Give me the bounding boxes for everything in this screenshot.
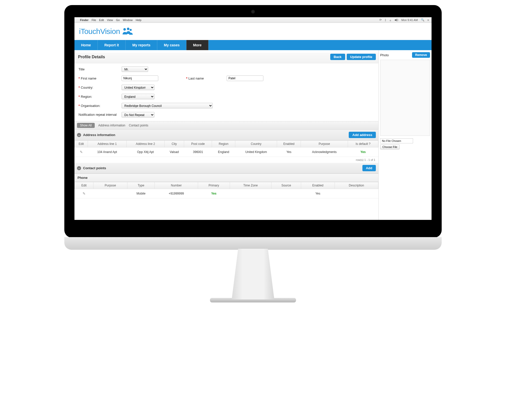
region-label: Region: xyxy=(81,95,92,99)
region-select[interactable]: England xyxy=(122,94,154,99)
photo-sidebar: Photo Remove No File Chosen Choose File xyxy=(378,50,432,220)
choose-file-button[interactable]: Choose File xyxy=(380,144,400,149)
ccell-primary: Yes xyxy=(198,189,230,198)
brand-text: iTouchVision xyxy=(79,27,120,36)
sync-icon[interactable]: ⟳ xyxy=(379,18,382,22)
wifi-icon[interactable]: ⏚ xyxy=(390,18,391,22)
cell-country: United Kingdom xyxy=(235,147,277,157)
mac-menubar: Finder File Edit View Go Window Help ⟳ ᛒ… xyxy=(74,17,432,23)
col-line1: Address line 1 xyxy=(88,141,126,147)
last-name-input[interactable] xyxy=(227,75,263,81)
last-name-label: Last name xyxy=(188,77,204,80)
cell-enabled: Yes xyxy=(277,147,301,157)
cell-line1: 104 Anand Apt xyxy=(88,147,126,157)
nav-my-cases[interactable]: My cases xyxy=(157,40,186,50)
menu-edit[interactable]: Edit xyxy=(99,18,104,22)
menu-help[interactable]: Help xyxy=(136,18,142,22)
spotlight-icon[interactable]: 🔍 xyxy=(421,18,424,22)
col-purpose: Purpose xyxy=(301,141,348,147)
col-country: Country xyxy=(235,141,277,147)
brand-people-icon xyxy=(122,27,133,35)
organisation-label: Organisation: xyxy=(81,104,100,108)
first-name-input[interactable] xyxy=(122,75,158,81)
address-section-title: Address information xyxy=(83,133,115,137)
edit-row-icon[interactable]: ✎ xyxy=(83,192,86,196)
menubar-clock[interactable]: Mon 9:41 AM xyxy=(401,18,418,22)
table-row: ✎ 104 Anand Apt Opp Xitij Apt Valsad 396… xyxy=(75,147,378,157)
ccell-type: Mobile xyxy=(127,189,155,198)
add-contact-button[interactable]: Add xyxy=(362,165,376,171)
title-select[interactable]: Mr. xyxy=(122,66,148,72)
back-button[interactable]: Back xyxy=(330,54,345,60)
nav-my-reports[interactable]: My reports xyxy=(126,40,157,50)
address-section-header: ⌄ Address information Add address xyxy=(74,130,378,140)
tab-contact-points[interactable]: Contact points xyxy=(129,124,148,127)
content-area: Profile Details Back Update profile Titl… xyxy=(74,50,378,220)
cell-postcode: 396001 xyxy=(184,147,212,157)
update-profile-button[interactable]: Update profile xyxy=(347,54,376,60)
menu-file[interactable]: File xyxy=(92,18,96,22)
photo-preview xyxy=(380,60,430,136)
notification-label: Notification repeat interval xyxy=(79,113,122,117)
tab-show-all[interactable]: Show All xyxy=(77,123,95,128)
contact-subtitle: Phone xyxy=(74,174,378,182)
monitor-stand xyxy=(226,249,280,299)
title-label: Title xyxy=(79,67,122,71)
contact-section-header: ⌄ Contact points Add xyxy=(74,163,378,174)
organisation-select[interactable]: Redbridge Borough Council xyxy=(122,103,213,108)
chevron-down-icon[interactable]: ⌄ xyxy=(77,133,81,137)
nav-home[interactable]: Home xyxy=(74,40,98,50)
contact-section-title: Contact points xyxy=(83,166,106,170)
svg-point-2 xyxy=(130,29,132,31)
menubar-app[interactable]: Finder xyxy=(80,18,89,22)
ccell-purpose xyxy=(93,189,127,198)
tab-address-info[interactable]: Address information xyxy=(98,124,125,127)
col-city: City xyxy=(164,141,184,147)
page-header: Profile Details Back Update profile xyxy=(74,53,378,63)
col-region: Region xyxy=(212,141,235,147)
svg-point-0 xyxy=(123,28,126,31)
cell-line2: Opp Xitij Apt xyxy=(126,147,164,157)
bluetooth-icon[interactable]: ᛒ xyxy=(385,18,386,22)
tabs-strip: Show All Address information Contact poi… xyxy=(74,121,378,130)
ccol-primary: Primary xyxy=(198,182,230,189)
ccell-number: +91999999 xyxy=(155,189,198,198)
menu-window[interactable]: Window xyxy=(123,18,133,22)
main-nav: Home Report it My reports My cases More xyxy=(74,40,432,50)
profile-form: Title Mr. *First name *Last name xyxy=(74,63,378,118)
ccol-description: Description xyxy=(335,182,378,189)
table-row: ✎ Mobile +91999999 Yes Yes xyxy=(75,189,378,198)
cell-default: Yes xyxy=(348,147,378,157)
screen: Finder File Edit View Go Window Help ⟳ ᛒ… xyxy=(74,17,432,220)
menu-go[interactable]: Go xyxy=(116,18,120,22)
col-edit: Edit xyxy=(75,141,88,147)
country-label: Country: xyxy=(81,86,93,89)
col-postcode: Post code xyxy=(184,141,212,147)
col-default: Is default ? xyxy=(348,141,378,147)
ccol-edit: Edit xyxy=(75,182,93,189)
ccell-timezone xyxy=(230,189,271,198)
volume-icon[interactable]: ◀)) xyxy=(394,18,398,22)
nav-report-it[interactable]: Report it xyxy=(98,40,126,50)
address-row-count: row(s) 1 - 1 of 1 xyxy=(74,157,378,163)
ccol-type: Type xyxy=(127,182,155,189)
ccol-purpose: Purpose xyxy=(93,182,127,189)
ccol-number: Number xyxy=(155,182,198,189)
notification-select[interactable]: Do Not Repeat xyxy=(122,112,154,118)
cell-region: England xyxy=(212,147,235,157)
col-enabled: Enabled xyxy=(277,141,301,147)
ccell-enabled: Yes xyxy=(301,189,335,198)
menu-view[interactable]: View xyxy=(107,18,113,22)
country-select[interactable]: United Kingdom xyxy=(122,85,154,90)
chevron-down-icon[interactable]: ⌄ xyxy=(77,166,81,170)
edit-row-icon[interactable]: ✎ xyxy=(80,150,83,154)
nav-more[interactable]: More xyxy=(186,40,208,50)
add-address-button[interactable]: Add address xyxy=(349,132,376,138)
app-header: iTouchVision xyxy=(74,23,432,40)
remove-photo-button[interactable]: Remove xyxy=(412,52,430,58)
svg-point-1 xyxy=(127,28,129,30)
camera-icon xyxy=(251,10,255,13)
ccol-enabled: Enabled xyxy=(301,182,335,189)
file-status: No File Chosen xyxy=(380,138,413,143)
notification-center-icon[interactable]: ≡ xyxy=(427,18,429,22)
